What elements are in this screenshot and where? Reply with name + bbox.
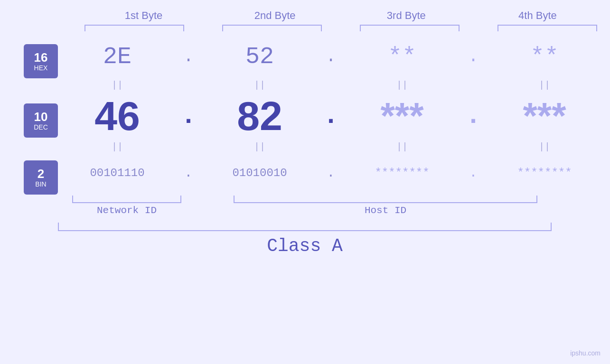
hex-badge: 16 HEX <box>24 44 58 78</box>
eq1-b2: || <box>254 80 265 91</box>
dec-sep3: . <box>465 101 481 131</box>
hex-sep3: . <box>468 47 479 66</box>
byte2-top-bracket <box>222 25 322 31</box>
byte2-header: 2nd Byte <box>254 9 296 21</box>
class-label: Class A <box>267 236 343 256</box>
bin-row: 00101110 . 01010010 . ******** . <box>58 154 604 192</box>
network-id-bracket <box>72 196 181 203</box>
byte3-header: 3rd Byte <box>387 9 426 21</box>
dec-b1: 46 <box>94 93 140 139</box>
main-container: 1st Byte 2nd Byte 3rd Byte 4th Byte 16 H… <box>0 0 610 364</box>
dec-b2: 82 <box>237 93 282 139</box>
dec-b4: *** <box>523 95 566 137</box>
full-width-bracket <box>58 223 552 231</box>
eq2-b2: || <box>254 141 265 152</box>
bin-b1: 00101110 <box>90 167 144 179</box>
watermark: ipshu.com <box>570 349 601 357</box>
eq1-b4: || <box>539 80 550 91</box>
host-id-label: Host ID <box>365 205 406 216</box>
eq2-b1: || <box>112 141 123 152</box>
dec-badge: 10 DEC <box>24 103 58 138</box>
byte3-top-bracket <box>360 25 460 31</box>
bottom-brackets-row: Network ID Host ID <box>58 196 556 216</box>
bin-b2: 01010010 <box>232 167 287 179</box>
eq1-b1: || <box>112 80 123 91</box>
bin-badge: 2 BIN <box>24 160 58 195</box>
eq-row-1: || || || || <box>58 78 604 92</box>
bin-b4: ******** <box>517 167 572 179</box>
dec-sep1: . <box>180 101 196 131</box>
eq2-b4: || <box>539 141 550 152</box>
badges-column: 16 HEX 10 DEC 2 BIN <box>0 35 58 256</box>
bin-sep3: . <box>469 166 478 180</box>
dec-b3: *** <box>380 95 423 137</box>
bin-b3: ******** <box>375 167 429 179</box>
byte4-header: 4th Byte <box>518 9 557 21</box>
host-id-bracket <box>234 196 537 203</box>
bin-sep2: . <box>327 166 335 180</box>
dec-row: 46 . 82 . *** . *** <box>58 92 604 140</box>
dec-sep2: . <box>323 101 338 131</box>
values-column: 2E . 52 . ** . ** <box>58 35 610 256</box>
eq-row-2: || || || || <box>58 140 604 154</box>
bin-sep1: . <box>185 166 193 180</box>
byte1-top-bracket <box>84 25 184 31</box>
hex-b2: 52 <box>245 43 274 70</box>
hex-sep1: . <box>183 47 194 66</box>
byte1-header: 1st Byte <box>125 9 162 21</box>
eq1-b3: || <box>396 80 408 91</box>
hex-row: 2E . 52 . ** . ** <box>58 35 604 78</box>
hex-sep2: . <box>326 47 336 66</box>
hex-b3: ** <box>388 43 416 70</box>
eq2-b3: || <box>396 141 408 152</box>
hex-b1: 2E <box>103 43 131 70</box>
network-id-label: Network ID <box>97 205 157 216</box>
byte4-top-bracket <box>497 25 597 31</box>
hex-b4: ** <box>530 43 559 70</box>
